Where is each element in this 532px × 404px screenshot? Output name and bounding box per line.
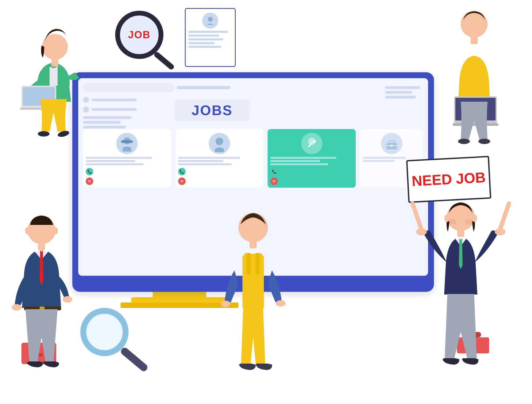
svg-point-31 [12, 304, 21, 311]
monitor: JOBS [72, 72, 434, 292]
need-job-text: NEED JOB [411, 169, 486, 189]
phone-icon-1: 📞 [86, 168, 93, 175]
svg-point-10 [38, 63, 70, 103]
profile-card-2: 📞 ✉ [175, 129, 264, 188]
svg-point-18 [461, 11, 488, 37]
svg-point-27 [53, 227, 58, 235]
svg-rect-19 [471, 36, 478, 44]
magnifier-job-text: JOB [128, 29, 151, 41]
person-man-topright [453, 11, 498, 144]
resume-lines [188, 31, 232, 48]
profile-card-3: 📞 ✉ [268, 129, 356, 188]
svg-point-44 [495, 228, 505, 235]
briefcase-handle [31, 336, 47, 342]
toolbox-handle [465, 332, 481, 337]
svg-rect-29 [24, 307, 61, 310]
svg-point-26 [25, 227, 31, 235]
svg-point-41 [472, 214, 477, 222]
svg-rect-1 [121, 140, 133, 143]
card-lines-3 [270, 157, 353, 165]
illustration-scene: JOBS [0, 0, 532, 404]
monitor-screen: JOBS [78, 78, 428, 276]
svg-point-11 [42, 34, 68, 60]
svg-rect-30 [40, 307, 44, 310]
need-job-sign: NEED JOB [406, 156, 491, 203]
email-icon-1: ✉ [86, 178, 93, 185]
phone-icon-3: 📞 [270, 168, 278, 175]
svg-point-9 [208, 17, 213, 22]
briefcase-body [21, 343, 56, 364]
card-lines-2 [178, 157, 261, 165]
svg-rect-42 [457, 229, 464, 237]
card-contacts-2: 📞 ✉ [178, 168, 261, 185]
svg-point-23 [458, 139, 470, 144]
svg-point-46 [465, 219, 473, 224]
svg-rect-14 [23, 87, 55, 106]
svg-rect-13 [21, 86, 56, 108]
card-lines-1 [86, 157, 168, 165]
toolbox-latch [469, 345, 477, 348]
card-avatar-3 [301, 133, 323, 154]
svg-point-37 [276, 300, 286, 307]
svg-point-25 [28, 216, 55, 244]
card-avatar-1 [116, 133, 138, 154]
svg-rect-8 [390, 145, 393, 146]
person-woman-topleft [20, 29, 79, 138]
svg-rect-28 [38, 242, 45, 250]
top-right-bars [385, 86, 420, 99]
svg-point-40 [444, 214, 450, 222]
side-filters [83, 97, 137, 129]
card-avatar-2 [209, 133, 230, 154]
card-contacts-3: 📞 ✉ [270, 168, 353, 185]
magnifier-glass-top: JOB [115, 11, 163, 59]
svg-rect-15 [20, 108, 58, 110]
jobs-label-box: JOBS [175, 100, 250, 121]
magnifier-bottom [80, 308, 155, 356]
profile-card-1: 📞 ✉ [83, 129, 171, 188]
magnifier-handle-top [153, 51, 175, 70]
svg-point-24 [478, 139, 490, 144]
toolbox [457, 329, 489, 353]
svg-rect-12 [51, 59, 58, 67]
magnifier-handle-bottom [119, 346, 149, 373]
resume-card [185, 8, 236, 67]
profile-cards-row: 📞 ✉ [83, 129, 423, 188]
svg-rect-21 [455, 98, 496, 120]
svg-point-17 [57, 130, 70, 138]
svg-rect-20 [454, 96, 497, 123]
svg-point-2 [216, 138, 223, 145]
resume-avatar [202, 13, 218, 29]
card-contacts-1: 📞 ✉ [86, 168, 168, 185]
magnifier-top: JOB [115, 11, 174, 86]
svg-point-32 [63, 296, 72, 303]
svg-point-39 [447, 203, 475, 231]
toolbox-body [457, 337, 489, 353]
svg-point-45 [449, 219, 456, 224]
email-icon-2: ✉ [178, 178, 186, 185]
jobs-label: JOBS [192, 102, 233, 118]
monitor-base-bottom [121, 303, 238, 308]
svg-rect-22 [453, 123, 498, 126]
svg-point-16 [38, 131, 50, 137]
briefcase [21, 335, 56, 364]
briefcase-clasp [35, 353, 43, 357]
magnifier-glass-bottom [80, 308, 129, 356]
svg-point-3 [308, 138, 316, 145]
email-icon-3: ✉ [270, 178, 278, 185]
phone-icon-2: 📞 [178, 168, 186, 175]
svg-line-48 [500, 203, 509, 229]
card-avatar-4 [381, 133, 402, 154]
svg-line-4 [309, 145, 311, 147]
